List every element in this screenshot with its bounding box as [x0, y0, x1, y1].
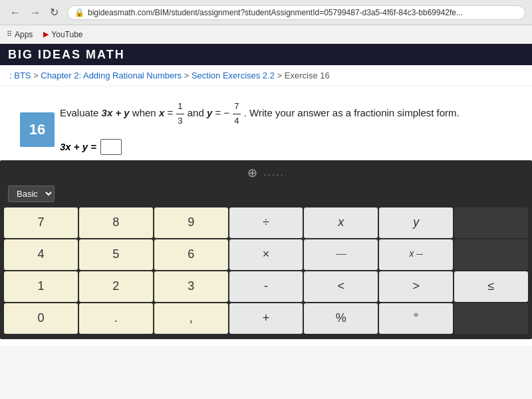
- bookmark-apps-label: Apps: [15, 30, 33, 39]
- key-less-than[interactable]: <: [304, 271, 378, 302]
- x-denominator: 3: [176, 114, 184, 128]
- key-7[interactable]: 7: [4, 207, 78, 238]
- key-multiply[interactable]: ×: [229, 239, 303, 270]
- key-comma[interactable]: ,: [154, 303, 228, 334]
- address-bar[interactable]: 🔒 bigideasmath.com/BIM/student/assignmen…: [67, 5, 525, 20]
- breadcrumb-current: Exercise 16: [285, 70, 330, 80]
- write-prompt: . Write your answer as a fraction: [244, 107, 387, 118]
- x-fraction: 1 3: [176, 100, 184, 128]
- key-4[interactable]: 4: [4, 239, 78, 270]
- key-empty-2: [454, 239, 528, 270]
- key-8[interactable]: 8: [79, 207, 153, 238]
- key-decimal[interactable]: .: [79, 303, 153, 334]
- write-prompt2: in simplest form.: [387, 107, 460, 118]
- key-add[interactable]: +: [229, 303, 303, 334]
- math-keyboard: ⊕ ..... Basic 7 8 9 ÷ x y 4 5 6 ×: [0, 160, 532, 339]
- y-numerator: 7: [233, 100, 240, 114]
- y-denominator: 4: [233, 114, 240, 128]
- keyboard-grid: 7 8 9 ÷ x y 4 5 6 × x: [0, 205, 532, 336]
- answer-input[interactable]: [100, 139, 122, 155]
- site-logo: BIG IDEAS MATH: [8, 48, 125, 62]
- and-text: and: [188, 107, 207, 118]
- bookmark-youtube-label: YouTube: [51, 30, 82, 39]
- key-divide[interactable]: ÷: [229, 207, 303, 238]
- keyboard-mode-select[interactable]: Basic: [8, 186, 55, 202]
- content-area: Evaluate 3x + y when x = 1 3 and y = − 7…: [60, 100, 512, 160]
- lock-icon: 🔒: [74, 8, 84, 17]
- bookmark-youtube[interactable]: ▶ YouTube: [43, 30, 82, 39]
- problem-statement: Evaluate 3x + y when x = 1 3 and y = − 7…: [60, 100, 512, 128]
- breadcrumb-link-section[interactable]: Section Exercises 2.2: [192, 70, 275, 80]
- forward-button[interactable]: →: [27, 5, 44, 20]
- key-x-fraction[interactable]: x: [379, 239, 453, 270]
- answer-row: 3x + y =: [60, 139, 512, 155]
- when-text: when: [132, 107, 159, 118]
- breadcrumb-separator-3: >: [277, 70, 285, 80]
- breadcrumb: : BTS > Chapter 2: Adding Rational Numbe…: [0, 65, 532, 86]
- content-with-badge: 16 Evaluate 3x + y when x = 1 3 and y = …: [20, 100, 512, 160]
- x-frac-num: [416, 245, 422, 255]
- key-empty-1: [454, 207, 528, 238]
- x-fraction-key-icon: x: [410, 245, 423, 264]
- x-fraction-box: [416, 245, 422, 264]
- apps-grid-icon: ⠿: [7, 30, 12, 39]
- bookmarks-bar: ⠿ Apps ▶ YouTube: [0, 25, 532, 44]
- browser-chrome: ← → ↻ 🔒 bigideasmath.com/BIM/student/ass…: [0, 0, 532, 25]
- breadcrumb-link-bts[interactable]: : BTS: [9, 70, 31, 80]
- keyboard-dots: .....: [264, 168, 285, 178]
- fraction-denominator-box: [336, 255, 346, 264]
- answer-label: 3x + y =: [60, 141, 96, 152]
- url-text: bigideasmath.com/BIM/student/assignment?…: [88, 8, 463, 17]
- bookmark-apps[interactable]: ⠿ Apps: [7, 30, 33, 39]
- key-x[interactable]: x: [304, 207, 378, 238]
- fraction-key-icon: [336, 245, 346, 264]
- key-9[interactable]: 9: [154, 207, 228, 238]
- key-percent[interactable]: %: [304, 303, 378, 334]
- y-equals: = −: [215, 107, 229, 118]
- key-subtract[interactable]: -: [229, 271, 303, 302]
- x-var: x: [159, 107, 164, 118]
- key-greater-than[interactable]: >: [379, 271, 453, 302]
- exercise-number: 16: [29, 121, 45, 138]
- key-less-equal[interactable]: ≤: [454, 271, 528, 302]
- y-var: y: [207, 107, 212, 118]
- x-equals: =: [167, 107, 176, 118]
- keyboard-toolbar: ⊕ .....: [0, 163, 532, 183]
- main-content: 16 Evaluate 3x + y when x = 1 3 and y = …: [0, 86, 532, 346]
- keyboard-top-bar: Basic: [0, 183, 532, 205]
- key-fraction[interactable]: [304, 239, 378, 270]
- key-empty-3: [454, 303, 528, 334]
- exercise-badge: 16: [20, 112, 55, 147]
- site-header: BIG IDEAS MATH: [0, 44, 532, 65]
- nav-buttons: ← → ↻: [7, 5, 62, 20]
- refresh-button[interactable]: ↻: [47, 5, 62, 20]
- breadcrumb-separator-1: >: [33, 70, 41, 80]
- instruction-text: Evaluate: [60, 107, 102, 118]
- youtube-play-icon: ▶: [43, 30, 49, 39]
- key-y[interactable]: y: [379, 207, 453, 238]
- x-numerator: 1: [176, 100, 184, 114]
- x-frac-den: [416, 255, 422, 264]
- key-1[interactable]: 1: [4, 271, 78, 302]
- breadcrumb-link-chapter[interactable]: Chapter 2: Adding Rational Numbers: [41, 70, 182, 80]
- key-6[interactable]: 6: [154, 239, 228, 270]
- key-0[interactable]: 0: [4, 303, 78, 334]
- breadcrumb-separator-2: >: [184, 70, 192, 80]
- key-2[interactable]: 2: [79, 271, 153, 302]
- key-5[interactable]: 5: [79, 239, 153, 270]
- drag-handle-icon[interactable]: ⊕: [247, 166, 257, 180]
- key-degree[interactable]: °: [379, 303, 453, 334]
- key-3[interactable]: 3: [154, 271, 228, 302]
- back-button[interactable]: ←: [7, 5, 24, 20]
- fraction-numerator-box: [336, 245, 346, 255]
- expression-text: 3x + y: [102, 107, 130, 118]
- y-fraction: 7 4: [233, 100, 240, 128]
